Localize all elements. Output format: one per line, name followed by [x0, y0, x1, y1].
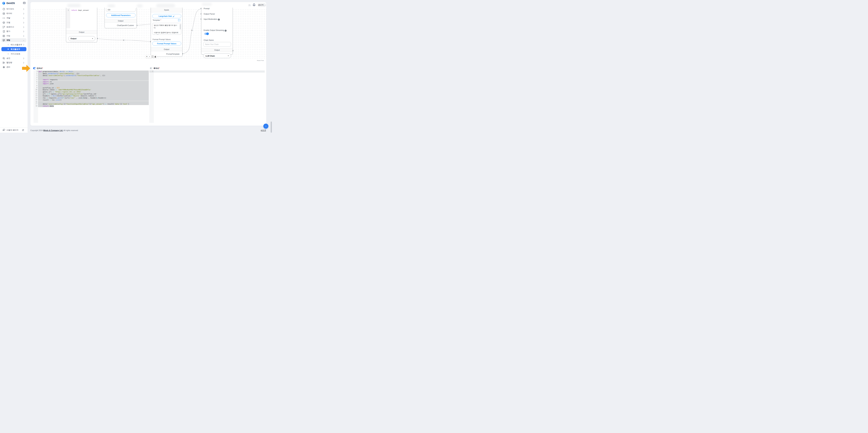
profile-menu-button[interactable]: 관리자 ⌄ — [257, 3, 266, 7]
sidebar-item-label: 데이터 — [6, 12, 12, 15]
output-streaming-toggle[interactable] — [204, 33, 209, 35]
sidebar-item-label: 승인 — [6, 57, 10, 60]
radio-icon — [8, 44, 9, 45]
cube-icon — [3, 21, 5, 24]
code-line[interactable]: 11 genos_url = 'https://genos.mnc.ai:344… — [33, 91, 149, 93]
logo: GenOS — [2, 1, 15, 5]
code-line[interactable]: 6 import re — [33, 81, 149, 83]
code-line[interactable]: 8 — [33, 85, 149, 87]
scroll-to-top-button[interactable]: ↑ — [264, 124, 268, 129]
input-port-label: Output Parser — [204, 13, 215, 15]
sidebar-item-label: 평가 — [6, 30, 10, 33]
sidebar-subitem[interactable]: 어시스턴트 — [0, 52, 28, 56]
temperature-input[interactable]: 0.9 — [106, 8, 135, 12]
preprocess-label: 전처리* — [37, 67, 43, 70]
sidebar-item-2[interactable]: 개발❯ — [0, 16, 28, 20]
langchain-hub-button[interactable]: Langchain Hub — [152, 14, 181, 18]
postprocess-code-editor[interactable]: 1 — [149, 70, 265, 123]
info-icon[interactable]: i — [225, 30, 226, 32]
llm-chain-select[interactable]: LLM Chain ▼ — [203, 54, 231, 58]
redacted-node-title — [67, 4, 81, 7]
code-line[interactable]: 16 — [33, 101, 149, 103]
sidebar-item-label: 트레이너 — [6, 26, 14, 28]
code-line[interactable]: 17 data['overrideConfig']["functionInput… — [33, 103, 149, 105]
sidebar-subitem[interactable]: 태스크플로우❯ — [0, 42, 28, 47]
code-line[interactable]: 5 import requests — [33, 79, 149, 81]
chevron-right-icon: ❯ — [23, 17, 24, 19]
sidebar-item-label: 관리 — [6, 66, 10, 68]
gauge-icon — [3, 8, 5, 10]
page-scrollbar[interactable] — [271, 122, 272, 133]
sidebar-item-label: 개발 — [6, 17, 10, 19]
company-link[interactable]: Minds & Company Ltd. — [43, 129, 63, 131]
template-textarea[interactable]: 당신은 챗봇의 품질 평가자 입니다. 사용자의 질문에 얼마나 친절하게 논리… — [152, 23, 181, 35]
code-line[interactable]: 3 data['overrideConfig'].setdefault('fun… — [33, 74, 149, 76]
react-flow-attribution: React Flow — [257, 60, 264, 61]
redacted-node-title — [107, 4, 115, 7]
textarea-scrollbar[interactable] — [180, 24, 181, 29]
chain-name-label: Chain Name — [204, 39, 214, 41]
node-chat-model[interactable]: 0.9 Additional Parameters Output ChatOpe… — [104, 8, 137, 28]
sidebar-item-label: 할당량 — [6, 61, 12, 64]
code-line[interactable]: 13 headers = dict(Authorization=f'Bearer… — [33, 95, 149, 97]
sidebar-item-4[interactable]: 트레이너❯ — [0, 25, 28, 29]
sidebar-subitem-label: 어시스턴트 — [11, 53, 20, 55]
code-line[interactable]: 15 result = res.json() — [33, 99, 149, 101]
sidebar-subitem[interactable]: 워크플로우 — [1, 47, 26, 51]
code-line[interactable]: 12 url = f'{genos_url}/api/gateway/workf… — [33, 93, 149, 95]
format-prompt-values-button[interactable]: Format Prompt Values — [152, 41, 181, 46]
code-line[interactable]: 10 bearer_token = 'ebbff88bd6a948278cba9… — [33, 89, 149, 91]
zoom-out-button[interactable]: − — [148, 55, 151, 58]
sidebar-item-6[interactable]: 서빙❯ — [0, 34, 28, 38]
fit-view-button[interactable] — [151, 55, 154, 58]
sidebar-collapse-icon[interactable] — [23, 2, 26, 4]
sidebar-item-0[interactable]: 대시보드❯ — [0, 7, 28, 11]
code-line[interactable]: 14 res = requests.post(f'{url}/run/' , j… — [33, 97, 149, 99]
chevron-right-icon: ❯ — [23, 44, 24, 45]
output-port-label: PromptTemplate — [166, 53, 180, 55]
preprocess-toggle[interactable] — [33, 67, 36, 69]
additional-parameters-button[interactable]: Additional Parameters — [106, 13, 135, 18]
canvas-controls: + − — [146, 55, 157, 58]
sidebar-item-5[interactable]: 평가❯ — [0, 29, 28, 33]
code-line[interactable]: 1 — [149, 70, 265, 72]
font-size-button[interactable]: 가 — [248, 4, 250, 7]
redacted-node-title — [137, 4, 143, 7]
version-link[interactable]: v1.2.2 — [261, 129, 266, 131]
sidebar-item-bottom-0[interactable]: 승인❯ — [0, 56, 28, 60]
node-prompt-template[interactable]: Inputs Langchain Hub Template * 당신은 챗봇의 … — [151, 8, 182, 57]
chevron-down-icon: ⌄ — [23, 39, 24, 41]
chevron-right-icon: ❯ — [23, 62, 24, 64]
code-icon — [3, 17, 5, 19]
node-custom-function[interactable]: 1 return $api_answer Output Output ▼ — [66, 8, 97, 42]
code-line[interactable]: 9 workflow_id = 253 — [33, 87, 149, 89]
output-select[interactable]: Output ▼ — [68, 36, 95, 41]
chevron-down-icon: ⌄ — [264, 4, 266, 6]
sidebar-item-bottom-1[interactable]: 할당량❯ — [0, 60, 28, 65]
expand-icon[interactable] — [178, 19, 180, 21]
code-input[interactable]: 1 return $api_answer — [66, 8, 97, 28]
lock-button[interactable] — [154, 55, 157, 58]
preprocess-code-editor[interactable]: 1▼def preprocess(data: dict) -> dict:2 d… — [33, 70, 149, 123]
node-llm-chain[interactable]: PromptOutput ParserInput Moderation i En… — [201, 8, 233, 55]
code-line[interactable]: 4 — [33, 76, 149, 79]
zoom-in-button[interactable]: + — [146, 55, 148, 58]
chain-name-input[interactable]: Name Your Chain — [203, 42, 231, 47]
info-icon[interactable]: i — [218, 19, 220, 21]
code-line[interactable]: 2 data.setdefault('overrideConfig', {}) — [33, 72, 149, 75]
sidebar-item-3[interactable]: 모델❯ — [0, 20, 28, 25]
code-line[interactable]: 1▼def preprocess(data: dict) -> dict: — [33, 70, 149, 72]
notifications-bell-icon[interactable] — [253, 3, 255, 6]
code-line[interactable]: 18 return data — [33, 105, 149, 107]
code-line[interactable]: 7 import json — [33, 83, 149, 85]
postprocess-label: 후처리* — [153, 67, 160, 70]
trainer-icon — [3, 26, 5, 28]
template-label: Template * — [153, 19, 161, 21]
sidebar-subitem-label: 워크플로우 — [10, 48, 20, 51]
sidebar-item-1[interactable]: 데이터❯ — [0, 11, 28, 16]
fit-view-icon — [152, 56, 153, 57]
postprocess-toggle[interactable] — [150, 67, 153, 69]
input-port-label: Prompt — [204, 7, 210, 9]
sidebar-group-chat[interactable]: 채팅⌄ — [1, 38, 26, 42]
sidebar-item-user-page[interactable]: 사용자 페이지 — [0, 127, 28, 133]
